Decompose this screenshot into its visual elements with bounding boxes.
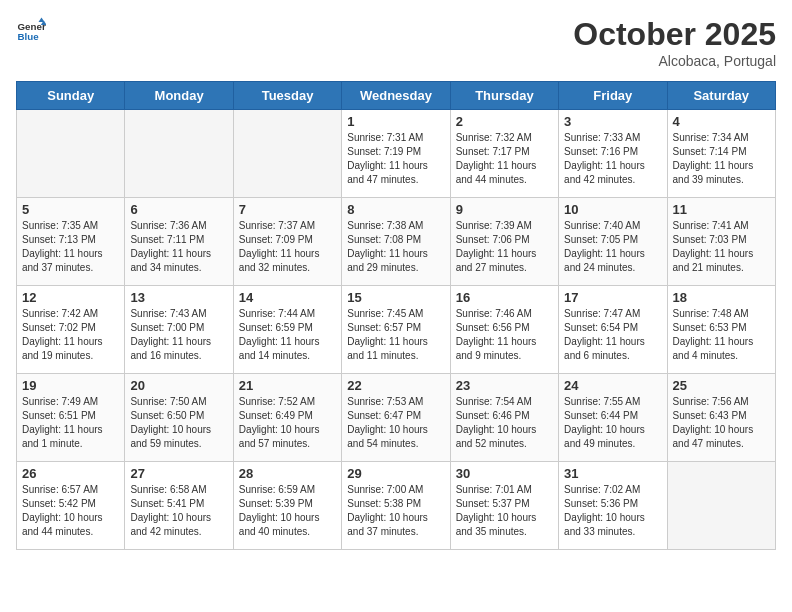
day-number: 29: [347, 466, 444, 481]
day-info: Sunrise: 7:46 AMSunset: 6:56 PMDaylight:…: [456, 307, 553, 363]
day-number: 31: [564, 466, 661, 481]
calendar-cell: 7Sunrise: 7:37 AMSunset: 7:09 PMDaylight…: [233, 198, 341, 286]
day-info: Sunrise: 7:35 AMSunset: 7:13 PMDaylight:…: [22, 219, 119, 275]
calendar-cell: 10Sunrise: 7:40 AMSunset: 7:05 PMDayligh…: [559, 198, 667, 286]
day-number: 16: [456, 290, 553, 305]
day-number: 28: [239, 466, 336, 481]
day-number: 2: [456, 114, 553, 129]
day-number: 23: [456, 378, 553, 393]
day-header-thursday: Thursday: [450, 82, 558, 110]
week-row-3: 12Sunrise: 7:42 AMSunset: 7:02 PMDayligh…: [17, 286, 776, 374]
calendar-cell: 12Sunrise: 7:42 AMSunset: 7:02 PMDayligh…: [17, 286, 125, 374]
calendar-cell: 22Sunrise: 7:53 AMSunset: 6:47 PMDayligh…: [342, 374, 450, 462]
day-info: Sunrise: 7:34 AMSunset: 7:14 PMDaylight:…: [673, 131, 770, 187]
day-number: 20: [130, 378, 227, 393]
calendar-cell: 27Sunrise: 6:58 AMSunset: 5:41 PMDayligh…: [125, 462, 233, 550]
day-number: 7: [239, 202, 336, 217]
week-row-2: 5Sunrise: 7:35 AMSunset: 7:13 PMDaylight…: [17, 198, 776, 286]
day-number: 12: [22, 290, 119, 305]
day-number: 4: [673, 114, 770, 129]
day-info: Sunrise: 7:33 AMSunset: 7:16 PMDaylight:…: [564, 131, 661, 187]
calendar-cell: 8Sunrise: 7:38 AMSunset: 7:08 PMDaylight…: [342, 198, 450, 286]
calendar-cell: 14Sunrise: 7:44 AMSunset: 6:59 PMDayligh…: [233, 286, 341, 374]
calendar-cell: 19Sunrise: 7:49 AMSunset: 6:51 PMDayligh…: [17, 374, 125, 462]
day-info: Sunrise: 7:31 AMSunset: 7:19 PMDaylight:…: [347, 131, 444, 187]
day-number: 3: [564, 114, 661, 129]
calendar-cell: 17Sunrise: 7:47 AMSunset: 6:54 PMDayligh…: [559, 286, 667, 374]
day-number: 10: [564, 202, 661, 217]
calendar-cell: 1Sunrise: 7:31 AMSunset: 7:19 PMDaylight…: [342, 110, 450, 198]
day-info: Sunrise: 7:54 AMSunset: 6:46 PMDaylight:…: [456, 395, 553, 451]
day-info: Sunrise: 7:48 AMSunset: 6:53 PMDaylight:…: [673, 307, 770, 363]
calendar-cell: [125, 110, 233, 198]
page-header: General Blue October 2025 Alcobaca, Port…: [16, 16, 776, 69]
calendar-cell: 24Sunrise: 7:55 AMSunset: 6:44 PMDayligh…: [559, 374, 667, 462]
day-info: Sunrise: 7:37 AMSunset: 7:09 PMDaylight:…: [239, 219, 336, 275]
logo-icon: General Blue: [16, 16, 46, 46]
day-header-tuesday: Tuesday: [233, 82, 341, 110]
calendar-cell: 13Sunrise: 7:43 AMSunset: 7:00 PMDayligh…: [125, 286, 233, 374]
day-info: Sunrise: 7:53 AMSunset: 6:47 PMDaylight:…: [347, 395, 444, 451]
calendar-cell: [233, 110, 341, 198]
calendar-cell: 15Sunrise: 7:45 AMSunset: 6:57 PMDayligh…: [342, 286, 450, 374]
day-info: Sunrise: 7:44 AMSunset: 6:59 PMDaylight:…: [239, 307, 336, 363]
location-subtitle: Alcobaca, Portugal: [573, 53, 776, 69]
calendar-cell: 21Sunrise: 7:52 AMSunset: 6:49 PMDayligh…: [233, 374, 341, 462]
calendar-cell: 9Sunrise: 7:39 AMSunset: 7:06 PMDaylight…: [450, 198, 558, 286]
day-number: 19: [22, 378, 119, 393]
day-info: Sunrise: 7:00 AMSunset: 5:38 PMDaylight:…: [347, 483, 444, 539]
day-number: 8: [347, 202, 444, 217]
day-number: 13: [130, 290, 227, 305]
day-number: 24: [564, 378, 661, 393]
day-number: 11: [673, 202, 770, 217]
calendar-cell: 18Sunrise: 7:48 AMSunset: 6:53 PMDayligh…: [667, 286, 775, 374]
day-info: Sunrise: 7:56 AMSunset: 6:43 PMDaylight:…: [673, 395, 770, 451]
calendar-cell: 30Sunrise: 7:01 AMSunset: 5:37 PMDayligh…: [450, 462, 558, 550]
day-number: 15: [347, 290, 444, 305]
day-header-friday: Friday: [559, 82, 667, 110]
day-info: Sunrise: 7:02 AMSunset: 5:36 PMDaylight:…: [564, 483, 661, 539]
calendar-cell: 16Sunrise: 7:46 AMSunset: 6:56 PMDayligh…: [450, 286, 558, 374]
day-header-sunday: Sunday: [17, 82, 125, 110]
day-info: Sunrise: 7:42 AMSunset: 7:02 PMDaylight:…: [22, 307, 119, 363]
week-row-4: 19Sunrise: 7:49 AMSunset: 6:51 PMDayligh…: [17, 374, 776, 462]
week-row-1: 1Sunrise: 7:31 AMSunset: 7:19 PMDaylight…: [17, 110, 776, 198]
calendar-table: SundayMondayTuesdayWednesdayThursdayFrid…: [16, 81, 776, 550]
calendar-cell: 20Sunrise: 7:50 AMSunset: 6:50 PMDayligh…: [125, 374, 233, 462]
day-info: Sunrise: 6:59 AMSunset: 5:39 PMDaylight:…: [239, 483, 336, 539]
calendar-cell: 4Sunrise: 7:34 AMSunset: 7:14 PMDaylight…: [667, 110, 775, 198]
calendar-cell: 29Sunrise: 7:00 AMSunset: 5:38 PMDayligh…: [342, 462, 450, 550]
day-info: Sunrise: 7:01 AMSunset: 5:37 PMDaylight:…: [456, 483, 553, 539]
day-number: 9: [456, 202, 553, 217]
day-info: Sunrise: 7:41 AMSunset: 7:03 PMDaylight:…: [673, 219, 770, 275]
calendar-cell: 5Sunrise: 7:35 AMSunset: 7:13 PMDaylight…: [17, 198, 125, 286]
day-info: Sunrise: 7:49 AMSunset: 6:51 PMDaylight:…: [22, 395, 119, 451]
day-number: 26: [22, 466, 119, 481]
calendar-cell: 2Sunrise: 7:32 AMSunset: 7:17 PMDaylight…: [450, 110, 558, 198]
day-info: Sunrise: 7:38 AMSunset: 7:08 PMDaylight:…: [347, 219, 444, 275]
day-info: Sunrise: 7:43 AMSunset: 7:00 PMDaylight:…: [130, 307, 227, 363]
day-info: Sunrise: 7:50 AMSunset: 6:50 PMDaylight:…: [130, 395, 227, 451]
calendar-cell: 31Sunrise: 7:02 AMSunset: 5:36 PMDayligh…: [559, 462, 667, 550]
calendar-cell: 26Sunrise: 6:57 AMSunset: 5:42 PMDayligh…: [17, 462, 125, 550]
calendar-cell: [667, 462, 775, 550]
svg-text:Blue: Blue: [18, 31, 40, 42]
day-info: Sunrise: 7:39 AMSunset: 7:06 PMDaylight:…: [456, 219, 553, 275]
day-number: 30: [456, 466, 553, 481]
calendar-cell: 23Sunrise: 7:54 AMSunset: 6:46 PMDayligh…: [450, 374, 558, 462]
day-header-monday: Monday: [125, 82, 233, 110]
day-info: Sunrise: 7:45 AMSunset: 6:57 PMDaylight:…: [347, 307, 444, 363]
day-number: 18: [673, 290, 770, 305]
day-number: 21: [239, 378, 336, 393]
day-info: Sunrise: 7:55 AMSunset: 6:44 PMDaylight:…: [564, 395, 661, 451]
calendar-cell: 25Sunrise: 7:56 AMSunset: 6:43 PMDayligh…: [667, 374, 775, 462]
day-number: 25: [673, 378, 770, 393]
month-title: October 2025: [573, 16, 776, 53]
day-info: Sunrise: 6:57 AMSunset: 5:42 PMDaylight:…: [22, 483, 119, 539]
day-number: 14: [239, 290, 336, 305]
day-number: 6: [130, 202, 227, 217]
day-number: 27: [130, 466, 227, 481]
svg-text:General: General: [18, 21, 47, 32]
title-section: October 2025 Alcobaca, Portugal: [573, 16, 776, 69]
calendar-cell: 11Sunrise: 7:41 AMSunset: 7:03 PMDayligh…: [667, 198, 775, 286]
